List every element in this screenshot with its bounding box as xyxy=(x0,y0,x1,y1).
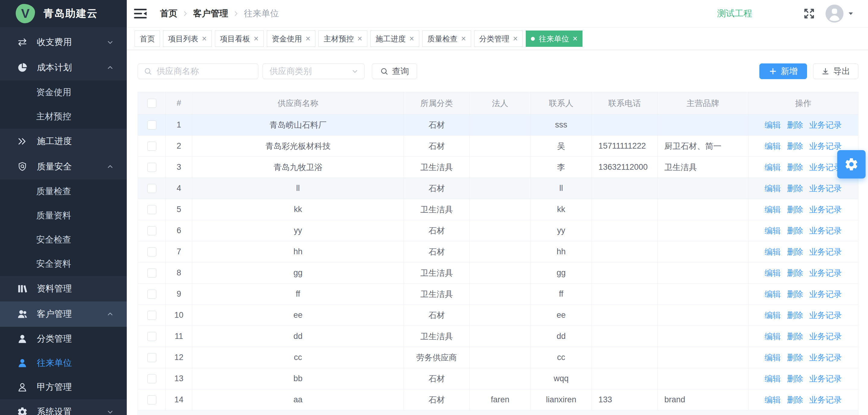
edit-link[interactable]: 编辑 xyxy=(765,311,781,320)
sidebar-item-party-a-management[interactable]: 甲方管理 xyxy=(0,375,127,399)
sidebar-item-docs-management[interactable]: 资料管理 xyxy=(0,276,127,301)
delete-link[interactable]: 删除 xyxy=(787,184,803,193)
sidebar-item-quality-check[interactable]: 质量检查 xyxy=(0,179,127,204)
delete-link[interactable]: 删除 xyxy=(787,205,803,214)
business-records-link[interactable]: 业务记录 xyxy=(809,374,842,383)
row-checkbox[interactable] xyxy=(147,120,156,129)
sidebar-item-safety-docs[interactable]: 安全资料 xyxy=(0,252,127,276)
edit-link[interactable]: 编辑 xyxy=(765,268,781,277)
row-checkbox[interactable] xyxy=(147,332,156,341)
project-name[interactable]: 测试工程 xyxy=(717,7,752,20)
table-row[interactable]: 3青岛九牧卫浴卫生洁具李13632112000卫生洁具编辑删除业务记录 xyxy=(138,157,858,178)
delete-link[interactable]: 删除 xyxy=(787,120,803,129)
sidebar-item-material-precontrol[interactable]: 主材预控 xyxy=(0,105,127,129)
tab-project-board[interactable]: 项目看板× xyxy=(215,30,264,47)
row-checkbox[interactable] xyxy=(147,142,156,151)
tab-category-management[interactable]: 分类管理× xyxy=(474,30,523,47)
row-checkbox[interactable] xyxy=(147,247,156,257)
table-row[interactable]: 2青岛彩光板材科技石材吴15711111222厨卫石材、简一编辑删除业务记录 xyxy=(138,136,858,157)
business-records-link[interactable]: 业务记录 xyxy=(809,395,842,405)
edit-link[interactable]: 编辑 xyxy=(765,395,781,405)
row-checkbox[interactable] xyxy=(147,226,156,235)
edit-link[interactable]: 编辑 xyxy=(765,184,781,193)
sidebar-item-cost-plan[interactable]: 成本计划 xyxy=(0,55,127,80)
row-checkbox[interactable] xyxy=(147,395,156,405)
edit-link[interactable]: 编辑 xyxy=(765,374,781,383)
close-icon[interactable]: × xyxy=(409,35,414,43)
sidebar-collapse-icon[interactable] xyxy=(134,8,147,19)
business-records-link[interactable]: 业务记录 xyxy=(809,247,842,257)
row-checkbox[interactable] xyxy=(147,311,156,320)
delete-link[interactable]: 删除 xyxy=(787,290,803,299)
edit-link[interactable]: 编辑 xyxy=(765,120,781,129)
supplier-name-input[interactable] xyxy=(137,63,258,79)
row-checkbox[interactable] xyxy=(147,184,156,193)
delete-link[interactable]: 删除 xyxy=(787,268,803,277)
business-records-link[interactable]: 业务记录 xyxy=(809,120,842,129)
business-records-link[interactable]: 业务记录 xyxy=(809,226,842,235)
business-records-link[interactable]: 业务记录 xyxy=(809,353,842,362)
sidebar-item-construction-progress[interactable]: 施工进度 xyxy=(0,129,127,154)
close-icon[interactable]: × xyxy=(572,35,577,43)
delete-link[interactable]: 删除 xyxy=(787,247,803,257)
edit-link[interactable]: 编辑 xyxy=(765,226,781,235)
edit-link[interactable]: 编辑 xyxy=(765,332,781,341)
business-records-link[interactable]: 业务记录 xyxy=(809,268,842,277)
business-records-link[interactable]: 业务记录 xyxy=(809,142,842,151)
breadcrumb-item-home[interactable]: 首页 xyxy=(160,7,178,20)
row-checkbox[interactable] xyxy=(147,290,156,299)
table-row[interactable]: 7hh石材hh编辑删除业务记录 xyxy=(138,241,858,263)
sidebar-item-quality-safety[interactable]: 质量安全 xyxy=(0,154,127,179)
sidebar-item-customer-management[interactable]: 客户管理 xyxy=(0,301,127,327)
table-row[interactable]: 14aa石材farenlianxiren133brand编辑删除业务记录 xyxy=(138,389,858,411)
table-row[interactable]: 4ll石材ll编辑删除业务记录 xyxy=(138,178,858,199)
tab-fund-usage[interactable]: 资金使用× xyxy=(267,30,316,47)
table-row[interactable]: 13bb石材wqq编辑删除业务记录 xyxy=(138,368,858,389)
business-records-link[interactable]: 业务记录 xyxy=(809,332,842,341)
table-row[interactable]: 1青岛崂山石料厂石材sss编辑删除业务记录 xyxy=(138,115,858,136)
close-icon[interactable]: × xyxy=(357,35,362,43)
row-checkbox[interactable] xyxy=(147,163,156,172)
add-button[interactable]: 新增 xyxy=(760,63,807,79)
close-icon[interactable]: × xyxy=(513,35,518,43)
sidebar-item-category-management[interactable]: 分类管理 xyxy=(0,327,127,351)
row-checkbox[interactable] xyxy=(147,374,156,383)
sidebar-item-fund-usage[interactable]: 资金使用 xyxy=(0,80,127,105)
delete-link[interactable]: 删除 xyxy=(787,332,803,341)
delete-link[interactable]: 删除 xyxy=(787,163,803,172)
table-row[interactable]: 10ee石材ee编辑删除业务记录 xyxy=(138,305,858,326)
tab-project-list[interactable]: 项目列表× xyxy=(163,30,212,47)
close-icon[interactable]: × xyxy=(306,35,311,43)
edit-link[interactable]: 编辑 xyxy=(765,290,781,299)
table-row[interactable]: 9ff卫生洁具ff编辑删除业务记录 xyxy=(138,284,858,305)
sidebar-item-quality-docs[interactable]: 质量资料 xyxy=(0,204,127,228)
business-records-link[interactable]: 业务记录 xyxy=(809,290,842,299)
edit-link[interactable]: 编辑 xyxy=(765,353,781,362)
table-row[interactable]: 11dd卫生洁具dd编辑删除业务记录 xyxy=(138,326,858,347)
edit-link[interactable]: 编辑 xyxy=(765,163,781,172)
delete-link[interactable]: 删除 xyxy=(787,226,803,235)
close-icon[interactable]: × xyxy=(202,35,207,43)
delete-link[interactable]: 删除 xyxy=(787,353,803,362)
delete-link[interactable]: 删除 xyxy=(787,142,803,151)
edit-link[interactable]: 编辑 xyxy=(765,142,781,151)
sidebar-item-contact-units[interactable]: 往来单位 xyxy=(0,351,127,375)
close-icon[interactable]: × xyxy=(461,35,466,43)
table-row[interactable]: 8gg卫生洁具gg编辑删除业务记录 xyxy=(138,263,858,284)
business-records-link[interactable]: 业务记录 xyxy=(809,184,842,193)
business-records-link[interactable]: 业务记录 xyxy=(809,205,842,214)
search-button[interactable]: 查询 xyxy=(372,63,417,79)
row-checkbox[interactable] xyxy=(147,205,156,214)
delete-link[interactable]: 删除 xyxy=(787,311,803,320)
breadcrumb-item-customer-management[interactable]: 客户管理 xyxy=(193,7,228,20)
supplier-category-select[interactable]: 供应商类别 xyxy=(262,63,365,79)
export-button[interactable]: 导出 xyxy=(813,63,858,79)
table-row[interactable]: 12cc劳务供应商cc编辑删除业务记录 xyxy=(138,347,858,368)
edit-link[interactable]: 编辑 xyxy=(765,247,781,257)
avatar-dropdown[interactable] xyxy=(825,4,855,23)
table-row[interactable]: 6yy石材yy编辑删除业务记录 xyxy=(138,220,858,241)
sidebar-item-income-expense[interactable]: 收支费用 xyxy=(0,30,127,55)
edit-link[interactable]: 编辑 xyxy=(765,205,781,214)
row-checkbox[interactable] xyxy=(147,353,156,362)
settings-panel-toggle[interactable] xyxy=(837,150,866,178)
